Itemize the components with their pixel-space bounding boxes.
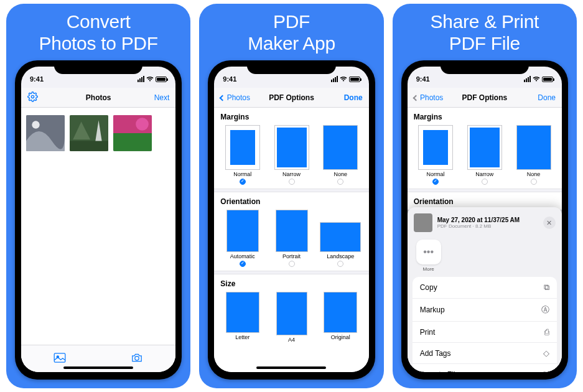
signal-icon	[524, 76, 531, 82]
camera-icon	[131, 353, 143, 363]
home-indicator[interactable]	[256, 366, 326, 369]
chevron-left-icon	[220, 95, 226, 101]
margin-option-normal[interactable]: Normal	[220, 125, 264, 185]
radio-on	[432, 179, 439, 185]
markup-icon: Ⓐ	[541, 304, 549, 315]
svg-rect-4	[70, 141, 108, 151]
print-icon: ⎙	[544, 327, 549, 337]
radio-off	[289, 179, 295, 185]
radio-on	[240, 179, 246, 185]
photo-thumb[interactable]	[113, 115, 152, 151]
phone-notch	[247, 60, 335, 74]
status-time: 9:41	[223, 75, 236, 83]
photo-icon	[54, 353, 66, 363]
promo-card-1: Convert Photos to PDF 9:41	[6, 4, 190, 388]
phone-frame: 9:41 Photos Next	[15, 60, 182, 380]
back-button: Photos	[414, 93, 444, 102]
card-title: PDF Maker App	[248, 11, 335, 54]
wifi-icon	[533, 76, 540, 82]
chevron-left-icon	[413, 95, 419, 101]
orient-option-auto[interactable]: Automatic	[220, 210, 264, 267]
signal-icon	[138, 76, 144, 82]
svg-point-0	[31, 95, 34, 98]
wifi-icon	[146, 76, 154, 82]
phone-notch	[441, 60, 529, 74]
card-title: Convert Photos to PDF	[39, 11, 158, 54]
more-apps-button[interactable]: •••	[416, 240, 441, 264]
signal-icon	[331, 76, 338, 82]
file-title: May 27, 2020 at 11/37/25 AM	[437, 217, 538, 223]
radio-on	[240, 261, 246, 267]
size-option-a4[interactable]: A4	[269, 292, 314, 343]
radio-off	[337, 261, 343, 267]
phone-notch	[54, 60, 142, 74]
nav-title: Photos	[21, 93, 175, 102]
gear-icon	[27, 91, 38, 102]
section-header-orientation: Orientation	[214, 192, 368, 210]
back-button[interactable]: Photos	[220, 93, 250, 102]
status-time: 9:41	[416, 75, 430, 83]
share-sheet: May 27, 2020 at 11/37/25 AM PDF Document…	[408, 207, 562, 372]
photo-thumb[interactable]	[26, 115, 65, 151]
photo-grid	[21, 108, 175, 159]
margin-option-normal: Normal	[414, 125, 458, 185]
svg-rect-8	[54, 353, 65, 362]
action-markup[interactable]: MarkupⒶ	[413, 299, 557, 322]
status-time: 9:41	[30, 75, 44, 83]
more-icon: •••	[423, 246, 434, 258]
radio-off	[482, 179, 488, 185]
battery-icon	[349, 77, 360, 82]
action-save-files[interactable]: Save to Files🗀	[413, 364, 557, 372]
done-button[interactable]: Done	[344, 93, 363, 102]
promo-card-3: Share & Print PDF File 9:41 Photos PDF O…	[393, 4, 577, 388]
phone-frame: 9:41 Photos PDF Options Done Margins	[401, 60, 568, 380]
nav-bar: Photos Next	[21, 88, 175, 108]
camera-button[interactable]	[131, 353, 143, 365]
next-button[interactable]: Next	[154, 93, 170, 102]
done-button: Done	[538, 93, 556, 102]
folder-icon: 🗀	[541, 370, 549, 372]
section-header-margins: Margins	[214, 108, 368, 125]
battery-icon	[542, 77, 553, 82]
library-button[interactable]	[54, 353, 66, 365]
radio-off	[289, 261, 295, 267]
file-thumb	[414, 213, 432, 232]
margin-option-none: None	[511, 125, 556, 185]
orient-option-landscape[interactable]: Landscape	[319, 210, 363, 267]
more-label: More	[423, 266, 434, 272]
size-option-letter[interactable]: Letter	[220, 292, 264, 343]
tag-icon: ◇	[543, 348, 549, 358]
orient-option-portrait[interactable]: Portrait	[269, 210, 314, 267]
close-button[interactable]: ✕	[543, 217, 556, 229]
svg-point-7	[136, 118, 149, 131]
section-header-margins: Margins	[408, 108, 562, 125]
close-icon: ✕	[546, 219, 552, 227]
settings-button[interactable]	[27, 91, 38, 104]
phone-frame: 9:41 Photos PDF Options Done Margins	[208, 60, 375, 380]
photo-thumb[interactable]	[70, 115, 108, 151]
size-option-original[interactable]: Original	[319, 292, 363, 343]
copy-icon: ⧉	[544, 282, 549, 292]
margin-option-none[interactable]: None	[319, 125, 363, 185]
battery-icon	[156, 77, 167, 82]
svg-point-2	[32, 121, 39, 128]
action-add-tags[interactable]: Add Tags◇	[413, 343, 557, 364]
svg-point-10	[135, 356, 139, 360]
share-actions-list: Copy⧉ MarkupⒶ Print⎙ Add Tags◇ Save to F…	[413, 277, 557, 372]
action-copy[interactable]: Copy⧉	[413, 277, 557, 299]
margin-option-narrow: Narrow	[462, 125, 506, 185]
nav-bar: Photos PDF Options Done	[408, 88, 562, 108]
home-indicator[interactable]	[63, 366, 133, 369]
radio-off	[337, 179, 343, 185]
action-print[interactable]: Print⎙	[413, 322, 557, 343]
svg-rect-6	[113, 133, 152, 151]
promo-card-2: PDF Maker App 9:41 Photos PDF Options Do…	[199, 4, 383, 388]
section-header-size: Size	[214, 274, 368, 292]
radio-off	[531, 179, 537, 185]
margin-option-narrow[interactable]: Narrow	[269, 125, 314, 185]
nav-bar: Photos PDF Options Done	[214, 88, 368, 108]
file-subtitle: PDF Document · 8.2 MB	[437, 223, 538, 229]
card-title: Share & Print PDF File	[431, 11, 539, 54]
wifi-icon	[340, 76, 347, 82]
